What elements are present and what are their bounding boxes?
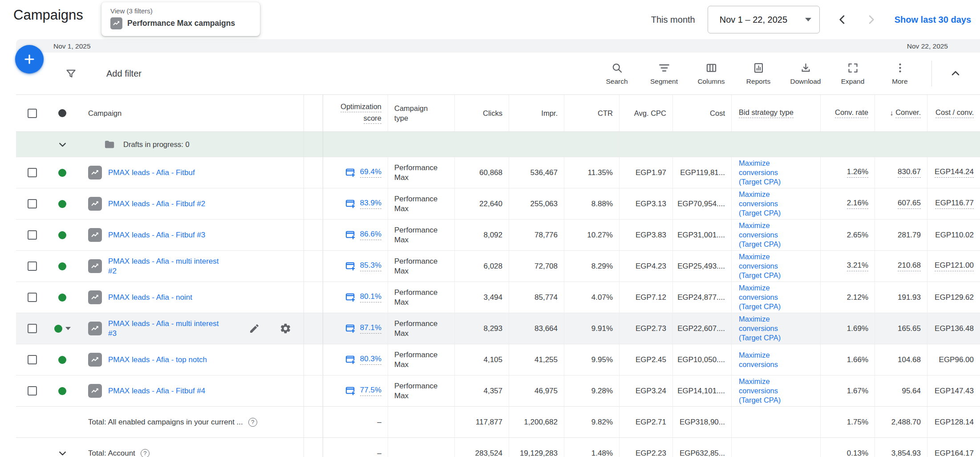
bid-strategy-link[interactable]: Maximize conversions (Target CPA) — [739, 221, 798, 249]
row-checkbox[interactable] — [28, 168, 37, 177]
campaign-name-link[interactable]: PMAX leads - Afia - Fitbuf #4 — [108, 386, 205, 396]
search-button[interactable]: Search — [593, 62, 640, 86]
status-enabled-icon[interactable] — [58, 356, 66, 364]
status-enabled-icon[interactable] — [58, 231, 66, 239]
campaign-row[interactable]: PMAX leads - Afia - Fitbuf #4 77.5% Perf… — [16, 375, 980, 406]
columns-button[interactable]: Columns — [688, 62, 735, 86]
campaign-row[interactable]: PMAX leads - Afia - Fitbuf #2 83.9% Perf… — [16, 188, 980, 219]
optimization-score-value[interactable]: 87.1% — [360, 323, 381, 334]
column-header-clicks[interactable]: Clicks — [483, 109, 502, 118]
show-last-30-days-link[interactable]: Show last 30 days — [895, 15, 971, 25]
optimization-score-value[interactable]: 77.5% — [360, 386, 381, 396]
campaign-row[interactable]: PMAX leads - Afia - Fitbuf #3 86.6% Perf… — [16, 219, 980, 250]
bid-strategy-link[interactable]: Maximize conversions (Target CPA) — [739, 252, 798, 280]
campaign-name-link[interactable]: PMAX leads - Afia - multi interest #3 — [108, 319, 220, 339]
row-checkbox[interactable] — [28, 386, 37, 396]
apply-recommendations-icon[interactable] — [345, 229, 356, 241]
optimization-score-value[interactable]: 69.4% — [360, 167, 381, 178]
campaign-type-value: Performance Max — [394, 163, 444, 183]
status-enabled-icon[interactable] — [58, 387, 66, 395]
status-enabled-icon[interactable] — [54, 325, 62, 333]
optimization-score-value[interactable]: 85.3% — [360, 261, 381, 271]
column-header-optimization-score[interactable]: Optimization — [340, 102, 381, 112]
conversions-value: 281.79 — [898, 231, 921, 240]
more-button[interactable]: More — [876, 62, 923, 86]
date-range-selector[interactable]: Nov 1 – 22, 2025 — [708, 6, 820, 33]
column-header-bid-strategy-type[interactable]: Bid strategy type — [739, 108, 794, 118]
optimization-score-value[interactable]: 80.1% — [360, 292, 381, 302]
column-header-campaign-type[interactable]: Campaign — [394, 104, 428, 113]
row-checkbox[interactable] — [28, 293, 37, 302]
optimization-score-value[interactable]: 83.9% — [360, 199, 381, 209]
view-filter-chip[interactable]: View (3 filters) Performance Max campaig… — [101, 2, 260, 36]
campaign-row-hovered[interactable]: PMAX leads - Afia - multi interest #3 87… — [16, 313, 980, 344]
bid-strategy-link[interactable]: Maximize conversions (Target CPA) — [739, 159, 798, 187]
campaign-row[interactable]: PMAX leads - Afia - noint 80.1% Performa… — [16, 282, 980, 313]
row-checkbox[interactable] — [28, 199, 37, 208]
drafts-in-progress-row[interactable]: Drafts in progress: 0 — [16, 132, 980, 157]
status-dropdown-caret-icon[interactable] — [65, 327, 71, 330]
status-enabled-icon[interactable] — [58, 200, 66, 208]
expand-button[interactable]: Expand — [829, 62, 876, 86]
bid-strategy-link[interactable]: Maximize conversions (Target CPA) — [739, 314, 798, 343]
apply-recommendations-icon[interactable] — [345, 198, 356, 209]
help-icon[interactable]: ? — [248, 418, 257, 427]
column-header-campaign[interactable]: Campaign — [88, 109, 121, 118]
filter-funnel-icon[interactable] — [65, 68, 77, 80]
download-button[interactable]: Download — [782, 62, 829, 86]
campaign-row[interactable]: PMAX leads - Afia - top notch 80.3% Perf… — [16, 344, 980, 375]
create-campaign-fab[interactable] — [15, 45, 44, 73]
select-all-checkbox[interactable] — [28, 109, 37, 118]
collapse-table-button[interactable] — [939, 67, 972, 80]
campaign-row[interactable]: PMAX leads - Afia - multi interest #2 85… — [16, 250, 980, 282]
chevron-down-icon[interactable] — [57, 448, 68, 457]
apply-recommendations-icon[interactable] — [345, 354, 356, 365]
chevron-down-icon[interactable] — [57, 139, 68, 150]
column-header-impressions[interactable]: Impr. — [541, 109, 558, 118]
help-icon[interactable]: ? — [141, 449, 150, 457]
bid-strategy-link[interactable]: Maximize conversions — [739, 351, 798, 369]
previous-period-button[interactable] — [831, 8, 854, 31]
campaign-name-link[interactable]: PMAX leads - Afia - Fitbuf — [108, 168, 195, 178]
status-enabled-icon[interactable] — [58, 294, 66, 302]
row-checkbox[interactable] — [28, 230, 37, 240]
next-period-button[interactable] — [860, 8, 882, 31]
edit-pencil-icon[interactable] — [249, 323, 260, 334]
column-header-conversions[interactable]: Conver. — [895, 108, 921, 118]
status-enabled-icon[interactable] — [58, 262, 66, 270]
column-header-ctr[interactable]: CTR — [598, 109, 613, 118]
reports-button[interactable]: Reports — [735, 62, 782, 86]
status-filter-icon[interactable] — [58, 109, 66, 117]
apply-recommendations-icon[interactable] — [345, 167, 356, 178]
apply-recommendations-icon[interactable] — [345, 261, 356, 272]
column-header-conv-rate[interactable]: Conv. rate — [835, 108, 868, 118]
cost-per-conv-value: EGP147.43 — [935, 387, 974, 396]
segment-icon — [658, 62, 670, 74]
clicks-value: 8,092 — [483, 231, 502, 240]
settings-gear-icon[interactable] — [279, 322, 292, 335]
bid-strategy-link[interactable]: Maximize conversions (Target CPA) — [739, 283, 798, 311]
campaign-name-link[interactable]: PMAX leads - Afia - top notch — [108, 355, 207, 365]
row-checkbox[interactable] — [28, 355, 37, 364]
campaign-name-link[interactable]: PMAX leads - Afia - noint — [108, 293, 192, 302]
apply-recommendations-icon[interactable] — [345, 323, 356, 334]
bid-strategy-link[interactable]: Maximize conversions (Target CPA) — [739, 190, 798, 218]
optimization-score-value[interactable]: 80.3% — [360, 355, 381, 365]
column-header-cost-per-conv[interactable]: Cost / conv. — [935, 108, 974, 118]
apply-recommendations-icon[interactable] — [345, 292, 356, 303]
add-filter-button[interactable]: Add filter — [106, 69, 142, 79]
optimization-score-value[interactable]: 86.6% — [360, 230, 381, 240]
status-enabled-icon[interactable] — [58, 169, 66, 177]
campaign-name-link[interactable]: PMAX leads - Afia - Fitbuf #2 — [108, 199, 205, 209]
segment-button[interactable]: Segment — [640, 62, 688, 86]
cost-per-conv-value: EGP116.77 — [935, 199, 974, 209]
apply-recommendations-icon[interactable] — [345, 385, 356, 396]
column-header-cost[interactable]: Cost — [710, 109, 725, 118]
row-checkbox[interactable] — [28, 324, 37, 333]
bid-strategy-link[interactable]: Maximize conversions (Target CPA) — [739, 377, 798, 405]
row-checkbox[interactable] — [28, 261, 37, 271]
campaign-row[interactable]: PMAX leads - Afia - Fitbuf 69.4% Perform… — [16, 157, 980, 188]
campaign-name-link[interactable]: PMAX leads - Afia - multi interest #2 — [108, 257, 220, 276]
campaign-name-link[interactable]: PMAX leads - Afia - Fitbuf #3 — [108, 230, 205, 240]
column-header-avg-cpc[interactable]: Avg. CPC — [634, 109, 666, 118]
